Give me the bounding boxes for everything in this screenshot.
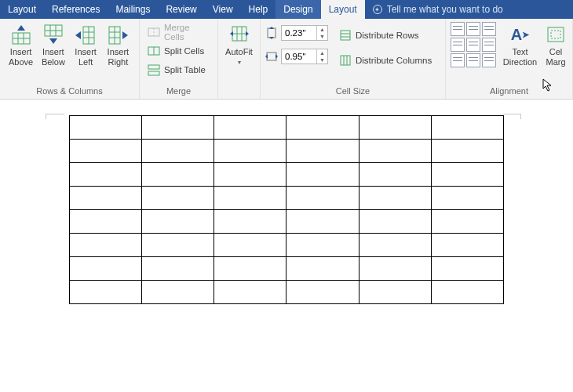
document-area[interactable]: [0, 100, 573, 320]
insert-right-button[interactable]: InsertRight: [102, 22, 134, 67]
table-cell[interactable]: [359, 116, 431, 140]
svg-marker-31: [246, 31, 249, 36]
table-cell[interactable]: [214, 257, 286, 281]
svg-marker-14: [75, 31, 81, 39]
table-cell[interactable]: [142, 210, 214, 234]
svg-rect-32: [268, 28, 276, 38]
tell-me-search[interactable]: ✦ Tell me what you want to do: [365, 0, 511, 19]
spinner-up-icon[interactable]: ▲: [317, 49, 327, 56]
autofit-button[interactable]: AutoFit▾: [223, 22, 255, 67]
table-cell[interactable]: [359, 140, 431, 163]
table-cell[interactable]: [286, 234, 359, 257]
tab-table-design[interactable]: Design: [276, 0, 320, 19]
alignment-grid[interactable]: [451, 22, 496, 67]
table-cell[interactable]: [359, 187, 431, 210]
table-cell[interactable]: [431, 234, 503, 257]
group-label-autofit-spacer: [218, 85, 260, 99]
table-cell[interactable]: [286, 257, 359, 281]
table-cell[interactable]: [70, 163, 142, 187]
table-cell[interactable]: [431, 281, 503, 304]
table-cell[interactable]: [214, 281, 286, 304]
align-top-left[interactable]: [451, 22, 465, 36]
split-table-button[interactable]: Split Table: [144, 61, 213, 78]
tab-references[interactable]: References: [44, 0, 108, 19]
table-cell[interactable]: [359, 234, 431, 257]
table-cell[interactable]: [70, 140, 142, 163]
spinner-up-icon[interactable]: ▲: [317, 26, 327, 33]
table-cell[interactable]: [214, 163, 286, 187]
table-cell[interactable]: [286, 281, 359, 304]
table-cell[interactable]: [70, 234, 142, 257]
insert-left-button[interactable]: InsertLeft: [70, 22, 102, 67]
group-label-rows-columns: Rows & Columns: [0, 85, 139, 99]
tab-view[interactable]: View: [205, 0, 241, 19]
table-cell[interactable]: [359, 210, 431, 234]
row-height-input[interactable]: ▲▼: [281, 25, 328, 41]
align-middle-left[interactable]: [451, 38, 465, 52]
table-cell[interactable]: [214, 140, 286, 163]
text-direction-icon: A➤: [509, 24, 532, 45]
tab-table-layout[interactable]: Layout: [321, 0, 365, 19]
table-cell[interactable]: [142, 116, 214, 140]
table-cell[interactable]: [431, 210, 503, 234]
table-cell[interactable]: [286, 187, 359, 210]
table-cell[interactable]: [142, 163, 214, 187]
distribute-columns-button[interactable]: Distribute Columns: [336, 52, 435, 69]
distribute-columns-icon: [339, 54, 352, 67]
svg-rect-45: [551, 31, 560, 38]
svg-marker-30: [230, 31, 233, 36]
align-top-center[interactable]: [466, 22, 480, 36]
document-table[interactable]: [69, 115, 504, 304]
table-cell[interactable]: [142, 187, 214, 210]
table-cell[interactable]: [359, 281, 431, 304]
table-cell[interactable]: [142, 281, 214, 304]
table-cell[interactable]: [214, 210, 286, 234]
tab-mailings[interactable]: Mailings: [108, 0, 158, 19]
group-alignment: A➤ TextDirection CelMarg Alignment: [446, 19, 573, 99]
align-top-right[interactable]: [482, 22, 496, 36]
table-cell[interactable]: [214, 187, 286, 210]
table-cell[interactable]: [286, 116, 359, 140]
tab-help[interactable]: Help: [241, 0, 276, 19]
table-cell[interactable]: [142, 140, 214, 163]
text-direction-button[interactable]: A➤ TextDirection: [502, 22, 538, 67]
spinner-down-icon[interactable]: ▼: [317, 56, 327, 64]
table-cell[interactable]: [359, 163, 431, 187]
align-middle-right[interactable]: [482, 38, 496, 52]
tab-layout[interactable]: Layout: [0, 0, 44, 19]
table-cell[interactable]: [431, 116, 503, 140]
insert-above-button[interactable]: InsertAbove: [5, 22, 37, 67]
table-cell[interactable]: [70, 210, 142, 234]
align-bottom-center[interactable]: [466, 53, 480, 67]
tab-review[interactable]: Review: [158, 0, 204, 19]
group-autofit: AutoFit▾: [218, 19, 261, 99]
table-cell[interactable]: [286, 140, 359, 163]
table-cell[interactable]: [431, 140, 503, 163]
lightbulb-icon: ✦: [373, 5, 382, 14]
table-cell[interactable]: [70, 257, 142, 281]
table-cell[interactable]: [142, 257, 214, 281]
align-middle-center[interactable]: [466, 38, 480, 52]
table-cell[interactable]: [70, 187, 142, 210]
col-width-input[interactable]: ▲▼: [281, 49, 328, 64]
table-cell[interactable]: [359, 257, 431, 281]
table-cell[interactable]: [142, 234, 214, 257]
insert-left-icon: [74, 24, 97, 45]
split-cells-button[interactable]: Split Cells: [144, 42, 213, 60]
table-cell[interactable]: [286, 210, 359, 234]
align-bottom-right[interactable]: [482, 53, 496, 67]
spinner-down-icon[interactable]: ▼: [317, 33, 327, 40]
split-cells-icon: [148, 45, 160, 57]
table-cell[interactable]: [70, 116, 142, 140]
align-bottom-left[interactable]: [451, 53, 465, 67]
table-cell[interactable]: [431, 187, 503, 210]
table-cell[interactable]: [431, 257, 503, 281]
table-cell[interactable]: [70, 281, 142, 304]
table-cell[interactable]: [431, 163, 503, 187]
table-cell[interactable]: [286, 163, 359, 187]
cell-margins-button[interactable]: CelMarg: [544, 22, 568, 67]
table-cell[interactable]: [214, 116, 286, 140]
insert-below-button[interactable]: InsertBelow: [37, 22, 69, 67]
distribute-rows-button[interactable]: Distribute Rows: [336, 27, 435, 44]
table-cell[interactable]: [214, 234, 286, 257]
